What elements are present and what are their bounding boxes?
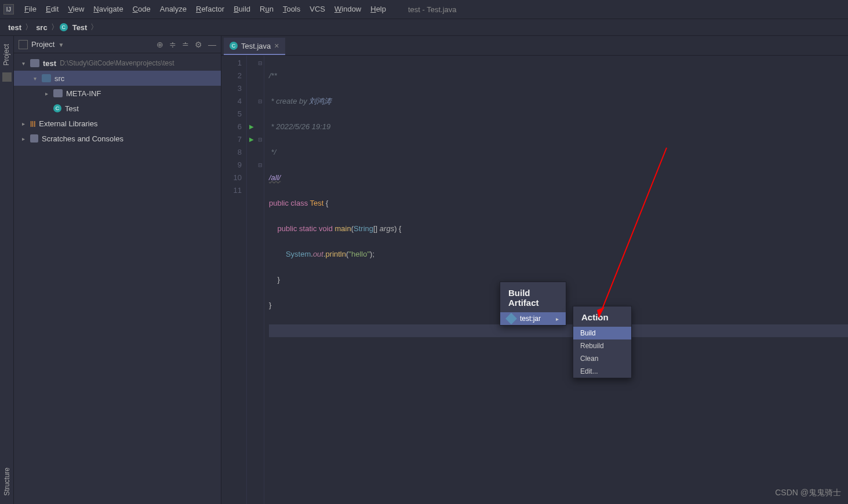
menu-tools[interactable]: Tools [278,0,305,19]
crumb-sep: 〉 [89,22,99,32]
project-header: Project▼ ⊕ ≑ ≐ ⚙ — [14,36,221,53]
crumb-sep: 〉 [50,22,60,32]
project-panel: Project▼ ⊕ ≑ ≐ ⚙ — ▾ test D:\Study\GitCo… [14,36,221,504]
action-build[interactable]: Build [573,327,631,339]
editor-tabs: C Test.java × [221,36,848,56]
class-icon: C [230,42,238,50]
hide-icon[interactable]: — [208,40,216,49]
tree-root[interactable]: ▾ test D:\Study\GitCode\Mavenprojects\te… [14,56,221,71]
main-menu-bar: IJ File Edit View Navigate Code Analyze … [0,0,848,19]
project-view-icon[interactable] [19,40,28,49]
action-rebuild[interactable]: Rebuild [573,339,631,352]
menu-edit[interactable]: Edit [41,0,63,19]
tab-label: Test.java [241,42,271,50]
code-editor[interactable]: 123 456 789 1011 ▶ ▶ ⊟⊟⊟⊟ /** * create b… [221,56,848,504]
watermark: CSDN @鬼鬼骑士 [775,488,841,498]
tree-test-class[interactable]: C Test [14,101,221,116]
crumb-src[interactable]: src [34,23,50,32]
app-logo: IJ [3,4,14,14]
menu-navigate[interactable]: Navigate [89,0,128,19]
tool-structure[interactable]: Structure [3,464,11,499]
menu-build[interactable]: Build [229,0,255,19]
menu-help[interactable]: Help [366,0,391,19]
class-icon: C [60,23,68,31]
action-popup: Action Build Rebuild Clean Edit... [573,306,632,378]
menu-vcs[interactable]: VCS [305,0,330,19]
tree-meta-inf[interactable]: ▸ META-INF [14,86,221,101]
tool-project[interactable]: Project [2,41,10,69]
popup-title: Action [573,306,631,327]
artifact-icon [505,313,517,324]
menu-refactor[interactable]: Refactor [191,0,229,19]
project-tree: ▾ test D:\Study\GitCode\Mavenprojects\te… [14,53,221,148]
tab-test-java[interactable]: C Test.java × [224,38,285,55]
tree-src[interactable]: ▾ src [14,71,221,86]
run-main-icon[interactable]: ▶ [247,133,256,146]
menu-analyze[interactable]: Analyze [155,0,191,19]
settings-icon[interactable]: ⚙ [195,40,202,49]
collapse-icon[interactable]: ≐ [182,40,189,49]
code-body[interactable]: /** * create by 刘鸿涛 * 2022/5/26 19:19 */… [264,56,848,504]
window-title: test - Test.java [408,5,457,14]
close-icon[interactable]: × [274,41,279,50]
fold-gutter: ⊟⊟⊟⊟ [256,56,264,504]
menu-window[interactable]: Window [330,0,366,19]
menu-view[interactable]: View [63,0,89,19]
build-artifact-popup: Build Artifact test:jar ▸ [500,282,566,326]
tree-scratches[interactable]: ▸ Scratches and Consoles [14,131,221,146]
submenu-arrow-icon: ▸ [556,316,559,322]
action-edit[interactable]: Edit... [573,365,631,378]
menu-file[interactable]: File [20,0,41,19]
tree-external-libs[interactable]: ▸||| External Libraries [14,116,221,131]
run-class-icon[interactable]: ▶ [247,120,256,133]
left-tool-strip: Project Structure [0,36,14,504]
expand-icon[interactable]: ≑ [169,40,176,49]
popup-title: Build Artifact [500,282,566,312]
breadcrumb: test 〉 src 〉 C Test 〉 [0,19,848,36]
menu-run[interactable]: Run [255,0,278,19]
crumb-root[interactable]: test [6,23,24,32]
folder-icon[interactable] [2,72,12,82]
project-view-title[interactable]: Project▼ [31,40,157,49]
editor-area: C Test.java × 123 456 789 1011 ▶ ▶ ⊟⊟⊟⊟ [221,36,848,504]
action-clean[interactable]: Clean [573,352,631,365]
crumb-sep: 〉 [24,22,34,32]
artifact-item-testjar[interactable]: test:jar ▸ [500,312,566,325]
run-gutter: ▶ ▶ [247,56,256,504]
line-gutter: 123 456 789 1011 [221,56,247,504]
menu-code[interactable]: Code [128,0,155,19]
locate-icon[interactable]: ⊕ [157,40,163,49]
crumb-class[interactable]: Test [70,23,90,32]
